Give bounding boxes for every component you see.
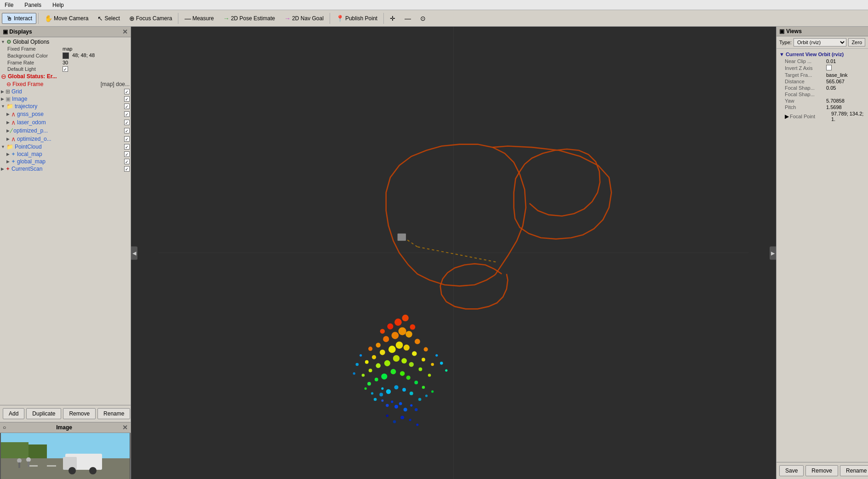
extra-btn3[interactable]: ⊙ <box>416 13 430 24</box>
svg-point-37 <box>371 392 373 394</box>
invert-z-prop: Invert Z Axis <box>779 64 865 72</box>
global-map-item[interactable]: ▶ ✦ global_map ✓ <box>0 158 131 165</box>
grid-item[interactable]: ▶ ⊞ Grid ✓ <box>0 88 131 95</box>
local-map-checkbox[interactable]: ✓ <box>124 151 130 157</box>
frame-rate-value: 30 <box>63 60 129 65</box>
target-frame-label: Target Fra... <box>785 72 826 78</box>
sep2 <box>178 13 178 24</box>
measure-button[interactable]: — Measure <box>180 13 218 24</box>
image-checkbox[interactable]: ✓ <box>124 96 130 102</box>
extra-btn1[interactable]: ✛ <box>386 13 400 24</box>
grid-label: Grid <box>11 88 123 95</box>
global-options-arrow[interactable]: ▼ <box>1 40 5 44</box>
main-layout: ▣ Displays ✕ ▼ ⚙ Global Options Fixed Fr… <box>0 27 868 479</box>
near-clip-value: 0.01 <box>826 58 865 64</box>
current-scan-checkbox[interactable]: ✓ <box>124 166 130 172</box>
global-map-checkbox[interactable]: ✓ <box>124 159 130 164</box>
menu-file[interactable]: File <box>2 1 16 9</box>
image-arrow[interactable]: ▶ <box>1 97 4 101</box>
views-zero-button[interactable]: Zero <box>848 38 865 46</box>
local-map-item[interactable]: ▶ ✦ local_map ✓ <box>0 150 131 158</box>
move-camera-label: Move Camera <box>54 15 88 22</box>
optimized-o-arrow[interactable]: ▶ <box>6 137 10 141</box>
svg-point-25 <box>381 399 383 402</box>
displays-close-button[interactable]: ✕ <box>122 28 128 35</box>
menu-panels[interactable]: Panels <box>22 1 44 9</box>
bg-color-prop: Background Color 48; 48; 48 <box>0 52 131 59</box>
interact-button[interactable]: 🖱 Interact <box>2 13 36 24</box>
trajectory-checkbox[interactable]: ✓ <box>124 104 130 109</box>
optimized-o-item[interactable]: ▶ ∧ optimized_o... ✓ <box>0 135 131 143</box>
default-light-checkbox[interactable]: ✓ <box>63 66 68 72</box>
interact-icon: 🖱 <box>6 15 12 22</box>
svg-point-58 <box>396 341 403 349</box>
laser-odom-arrow[interactable]: ▶ <box>6 120 10 125</box>
trajectory-arrow[interactable]: ▼ <box>1 104 5 109</box>
current-scan-item[interactable]: ▶ ✦ CurrentScan ✓ <box>0 165 131 173</box>
trajectory-item[interactable]: ▼ 📁 trajectory ✓ <box>0 103 131 110</box>
optimized-p-arrow[interactable]: ▶ <box>6 128 10 133</box>
views-remove-button[interactable]: Remove <box>805 465 838 476</box>
current-scan-arrow[interactable]: ▶ <box>1 167 4 171</box>
focal-point-arrow[interactable]: ▶ <box>785 113 789 120</box>
focal-shap1-value: 0.05 <box>826 85 865 91</box>
gnss-pose-label: gnss_pose <box>17 111 123 117</box>
grid-checkbox[interactable]: ✓ <box>124 89 130 94</box>
focal-point-prop[interactable]: ▶ Focal Point 97.789; 134.2; 1. <box>779 110 865 122</box>
pointcloud-item[interactable]: ▼ 📁 PointCloud ✓ <box>0 143 131 150</box>
svg-point-88 <box>386 415 388 417</box>
camera-image <box>0 433 131 479</box>
current-view-arrow[interactable]: ▼ <box>779 52 784 57</box>
views-rename-button[interactable]: Rename <box>840 465 868 476</box>
focus-camera-icon: ⊕ <box>129 15 135 22</box>
menu-help[interactable]: Help <box>50 1 67 9</box>
gnss-pose-checkbox[interactable]: ✓ <box>124 111 130 117</box>
image-panel-header: ○ Image ✕ <box>0 422 131 433</box>
pointcloud-checkbox[interactable]: ✓ <box>124 144 130 150</box>
select-label: Select <box>104 15 120 22</box>
collapse-left-button[interactable]: ◀ <box>131 246 137 260</box>
image-panel-close[interactable]: ✕ <box>122 424 128 431</box>
views-type-select[interactable]: Orbit (rviz) <box>794 38 846 46</box>
optimized-p-checkbox[interactable]: ✓ <box>124 128 130 133</box>
remove-button[interactable]: Remove <box>63 408 96 419</box>
svg-point-48 <box>384 360 390 366</box>
viewport[interactable]: ◀ ▶ <box>131 27 776 479</box>
gnss-pose-icon: ∧ <box>11 110 16 118</box>
duplicate-button[interactable]: Duplicate <box>26 408 61 419</box>
svg-point-81 <box>445 369 447 371</box>
fixed-frame-value: map <box>63 46 129 52</box>
focus-camera-button[interactable]: ⊕ Focus Camera <box>125 13 177 24</box>
pointcloud-arrow[interactable]: ▼ <box>1 144 5 149</box>
global-map-label: global_map <box>17 158 123 165</box>
gnss-pose-arrow[interactable]: ▶ <box>6 112 10 116</box>
optimized-p-icon: ∕ <box>11 127 12 134</box>
collapse-right-button[interactable]: ▶ <box>770 246 776 260</box>
optimized-o-checkbox[interactable]: ✓ <box>124 136 130 142</box>
rename-button[interactable]: Rename <box>97 408 130 419</box>
invert-z-checkbox[interactable] <box>826 65 832 70</box>
global-status-item[interactable]: ⊖ Global Status: Er... <box>0 72 131 81</box>
global-map-arrow[interactable]: ▶ <box>6 159 10 164</box>
global-options-item[interactable]: ▼ ⚙ Global Options <box>0 38 131 46</box>
svg-rect-9 <box>47 465 56 467</box>
gnss-pose-item[interactable]: ▶ ∧ gnss_pose ✓ <box>0 110 131 118</box>
laser-odom-checkbox[interactable]: ✓ <box>124 120 130 125</box>
optimized-p-item[interactable]: ▶ ∕ optimized_p... ✓ <box>0 127 131 135</box>
select-button[interactable]: ↖ Select <box>93 13 124 24</box>
add-button[interactable]: Add <box>3 408 24 419</box>
laser-odom-item[interactable]: ▶ ∧ laser_odom ✓ <box>0 118 131 127</box>
fixed-frame-error-item[interactable]: ⊖ Fixed Frame [map] doe... <box>0 81 131 88</box>
local-map-arrow[interactable]: ▶ <box>6 152 10 156</box>
publish-point-button[interactable]: 📍 Publish Point <box>332 13 382 24</box>
move-camera-button[interactable]: ✋ Move Camera <box>40 13 92 24</box>
nav-goal-button[interactable]: → 2D Nav Goal <box>280 13 328 24</box>
current-view-header[interactable]: ▼ Current View Orbit (rviz) <box>779 51 865 58</box>
image-item[interactable]: ▶ ▣ Image ✓ <box>0 95 131 103</box>
grid-arrow[interactable]: ▶ <box>1 89 4 94</box>
trajectory-label: trajectory <box>15 103 123 110</box>
views-save-button[interactable]: Save <box>779 465 804 476</box>
extra-btn2[interactable]: — <box>400 13 415 24</box>
laser-odom-label: laser_odom <box>17 119 123 126</box>
pose-estimate-button[interactable]: → 2D Pose Estimate <box>219 13 279 24</box>
